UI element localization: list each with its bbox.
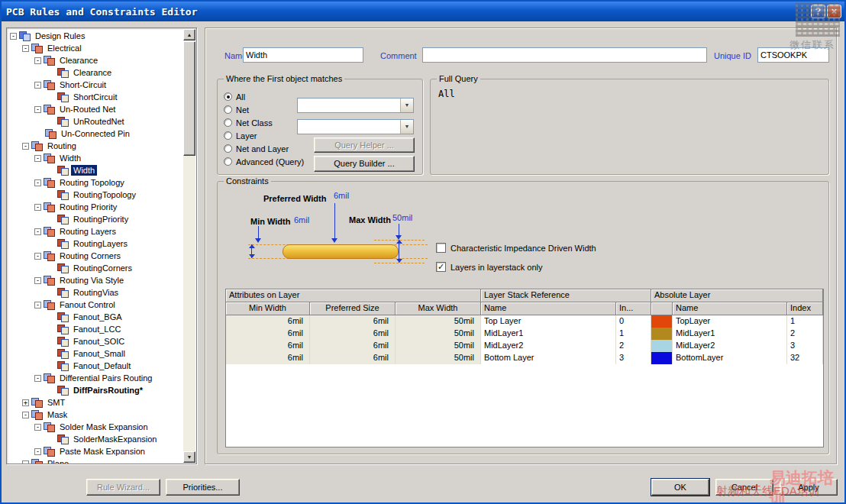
apply-button[interactable]: Apply xyxy=(780,479,838,496)
tree-item[interactable]: -Routing xyxy=(8,140,183,152)
tree-item[interactable]: DiffPairsRouting* xyxy=(8,384,183,396)
tree-item-label[interactable]: RoutingTopology xyxy=(71,189,138,200)
cell-min-width[interactable]: 6mil xyxy=(226,328,310,340)
tree-item[interactable]: RoutingCorners xyxy=(8,262,183,274)
table-column-header-cell[interactable]: Preferred Size xyxy=(310,302,396,315)
query-builder-button[interactable]: Query Builder ... xyxy=(314,156,415,172)
tree-item[interactable]: -Short-Circuit xyxy=(8,79,183,91)
collapse-icon[interactable]: - xyxy=(34,277,41,284)
tree-item[interactable]: -Width xyxy=(8,152,183,164)
tree-item-label[interactable]: Solder Mask Expansion xyxy=(57,422,150,432)
tree-item[interactable]: -Routing Corners xyxy=(8,250,183,262)
tree-item-label[interactable]: Fanout_BGA xyxy=(71,312,124,322)
tree-item-label[interactable]: Fanout_Small xyxy=(71,348,128,359)
tree-item[interactable]: UnRoutedNet xyxy=(8,115,183,128)
tree-item[interactable]: RoutingVias xyxy=(8,286,183,299)
table-column-header-cell[interactable]: Max Width xyxy=(396,302,481,315)
cell-min-width[interactable]: 6mil xyxy=(226,340,310,352)
radio-button-icon[interactable] xyxy=(224,118,232,127)
close-icon[interactable]: × xyxy=(827,5,841,18)
tree-item-label[interactable]: Width xyxy=(57,153,83,163)
cell-stack-name[interactable]: MidLayer2 xyxy=(481,340,616,352)
collapse-icon[interactable]: - xyxy=(34,179,41,186)
tree-item-label[interactable]: Un-Connected Pin xyxy=(59,128,132,139)
tree-item-label[interactable]: Routing Layers xyxy=(57,226,118,237)
tree-item[interactable]: ShortCircuit xyxy=(8,91,183,103)
tree-item-label[interactable]: Clearance xyxy=(71,67,114,78)
tree-item[interactable]: +SMT xyxy=(8,396,183,409)
tree-item-label[interactable]: Paste Mask Expansion xyxy=(57,446,147,457)
collapse-icon[interactable]: - xyxy=(34,448,41,455)
tree-item-label[interactable]: Routing Priority xyxy=(57,202,119,212)
table-row[interactable]: 6mil6mil50milMidLayer22MidLayer23 xyxy=(226,340,823,352)
tree-item-label[interactable]: Design Rules xyxy=(33,31,87,41)
scroll-up-icon[interactable]: ▲ xyxy=(183,29,195,40)
help-icon[interactable]: ? xyxy=(811,5,825,18)
table-column-header-cell[interactable]: Name xyxy=(673,302,787,315)
title-bar[interactable]: PCB Rules and Constraints Editor ? × xyxy=(2,2,844,21)
cell-preferred-size[interactable]: 6mil xyxy=(310,328,396,340)
cell-abs-name[interactable]: MidLayer1 xyxy=(673,328,787,340)
tree-item-label[interactable]: RoutingVias xyxy=(71,287,121,298)
tree-scrollbar[interactable]: ▲ ▼ xyxy=(183,29,195,463)
tree-item-label[interactable]: Routing Corners xyxy=(57,250,123,261)
net-class-combo[interactable]: ▼ xyxy=(297,119,414,134)
tree-item-label[interactable]: Plane xyxy=(45,458,71,464)
cell-max-width[interactable]: 50mil xyxy=(396,328,481,340)
tree-item-label[interactable]: Fanout_LCC xyxy=(71,324,123,334)
tree-item[interactable]: Fanout_Small xyxy=(8,347,183,360)
tree-item[interactable]: -Design Rules xyxy=(8,30,183,42)
table-column-header-cell[interactable]: Index xyxy=(787,302,823,315)
tree-item[interactable]: -Clearance xyxy=(8,54,183,66)
checkbox-row[interactable]: Characteristic Impedance Driven Width xyxy=(436,243,596,253)
cell-stack-index[interactable]: 3 xyxy=(616,352,651,364)
tree-item-label[interactable]: Mask xyxy=(45,409,69,420)
tree-item[interactable]: -Paste Mask Expansion xyxy=(8,445,183,457)
tree-item[interactable]: -Electrical xyxy=(8,42,183,54)
unique-id-input[interactable] xyxy=(757,47,829,63)
layer-color-swatch[interactable] xyxy=(651,328,673,340)
tree-item[interactable]: -Routing Priority xyxy=(8,201,183,213)
layer-color-swatch[interactable] xyxy=(651,340,673,352)
tree-item-label[interactable]: ShortCircuit xyxy=(71,92,119,102)
checkbox-icon[interactable] xyxy=(436,243,446,253)
radio-button-icon[interactable] xyxy=(224,157,232,166)
chevron-down-icon[interactable]: ▼ xyxy=(400,99,413,112)
tree-item-label[interactable]: Electrical xyxy=(45,43,84,53)
tree-item[interactable]: -Plane xyxy=(8,457,183,464)
scroll-thumb[interactable] xyxy=(183,41,195,156)
tree-item[interactable]: -Solder Mask Expansion xyxy=(8,421,183,433)
cell-abs-name[interactable]: MidLayer2 xyxy=(673,340,787,352)
tree-item-label[interactable]: DiffPairsRouting* xyxy=(71,385,145,396)
cell-abs-name[interactable]: TopLayer xyxy=(673,315,787,328)
tree-item-label[interactable]: Routing Via Style xyxy=(57,275,126,286)
cell-max-width[interactable]: 50mil xyxy=(396,352,481,364)
cell-stack-name[interactable]: Top Layer xyxy=(481,315,616,328)
cancel-button[interactable]: Cancel xyxy=(715,479,773,496)
cell-abs-index[interactable]: 3 xyxy=(787,340,823,352)
collapse-icon[interactable]: - xyxy=(34,253,41,260)
radio-option-advanced-query-[interactable]: Advanced (Query) xyxy=(224,155,304,168)
checkbox-icon[interactable]: ✓ xyxy=(436,262,446,272)
chevron-down-icon[interactable]: ▼ xyxy=(400,120,413,134)
collapse-icon[interactable]: - xyxy=(34,204,41,211)
cell-stack-index[interactable]: 0 xyxy=(616,315,651,328)
table-row[interactable]: 6mil6mil50milTop Layer0TopLayer1 xyxy=(226,315,823,328)
collapse-icon[interactable]: - xyxy=(34,302,41,309)
rules-tree[interactable]: -Design Rules-Electrical-ClearanceCleara… xyxy=(8,30,183,464)
ok-button[interactable]: OK xyxy=(651,479,709,496)
tree-item[interactable]: -Routing Via Style xyxy=(8,274,183,286)
tree-item[interactable]: Width xyxy=(8,164,183,176)
tree-item-label[interactable]: UnRoutedNet xyxy=(71,116,127,127)
table-column-header-cell[interactable]: Name xyxy=(481,302,616,315)
tree-item[interactable]: -Routing Layers xyxy=(8,225,183,237)
cell-min-width[interactable]: 6mil xyxy=(226,315,310,328)
collapse-icon[interactable]: - xyxy=(10,33,17,40)
table-row[interactable]: 6mil6mil50milMidLayer11MidLayer12 xyxy=(226,328,823,340)
collapse-icon[interactable]: - xyxy=(22,460,29,464)
cell-stack-name[interactable]: Bottom Layer xyxy=(481,352,616,364)
query-helper-button[interactable]: Query Helper ... xyxy=(314,137,415,153)
cell-stack-name[interactable]: MidLayer1 xyxy=(481,328,616,340)
table-row[interactable]: 6mil6mil50milBottom Layer3BottomLayer32 xyxy=(226,352,823,364)
tree-item-label[interactable]: Clearance xyxy=(57,55,100,66)
